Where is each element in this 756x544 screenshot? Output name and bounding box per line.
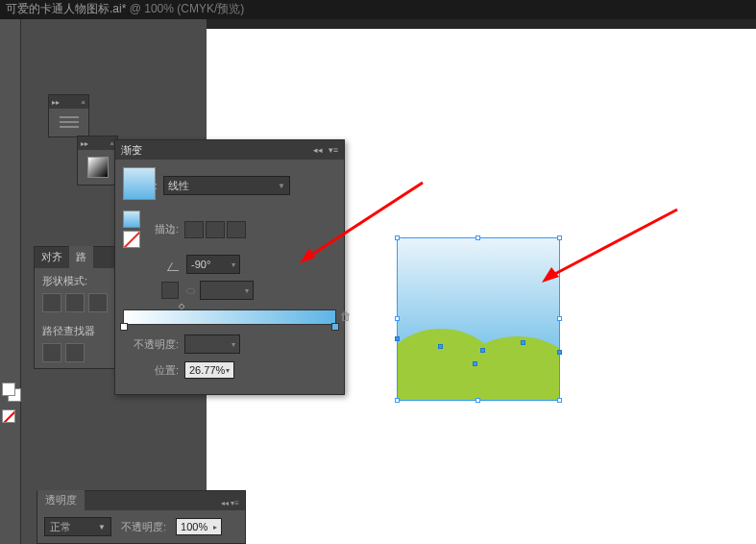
trash-icon[interactable]: 🗑 [340,309,354,325]
selection-handle[interactable] [476,235,480,240]
tool-generic[interactable] [1,20,20,41]
none-swatch-mini[interactable] [123,231,140,248]
selection-handle[interactable] [476,398,480,403]
chevron-down-icon: ▾ [226,366,230,375]
divide-icon[interactable] [42,343,61,362]
tool-generic[interactable] [1,42,20,63]
gradient-slider[interactable]: ◇ 🗑 [123,309,336,325]
anchor-point[interactable] [438,344,443,349]
minus-front-icon[interactable] [65,293,85,312]
stop-position-label: 位置: [123,363,179,378]
selection-handle[interactable] [395,316,400,321]
opacity-value: 100% [181,521,207,532]
selection-handle[interactable] [395,235,400,240]
none-swatch[interactable] [2,409,15,423]
stop-opacity-label: 不透明度: [123,337,179,352]
document-filename: 可爱的卡通人物图标.ai* [6,2,126,15]
panel-icon[interactable] [60,116,79,128]
gradient-panel-title: 渐变 [121,143,142,158]
gradient-stop-right[interactable] [330,321,340,333]
chevron-down-icon: ▼ [98,523,106,532]
chevron-down-icon: ▾ [241,286,249,295]
gradient-stop-left[interactable] [119,321,129,333]
collapse-icon[interactable]: ◂◂ [313,145,323,155]
gradient-ramp[interactable] [123,309,336,325]
tab-pathfinder[interactable]: 路 [69,246,93,268]
gradient-swatch-icon[interactable] [87,157,109,178]
gradient-type-value: 线性 [168,179,189,193]
document-mode: (CMYK/预览) [177,2,244,15]
anchor-point[interactable] [395,336,400,341]
blend-mode-value: 正常 [50,520,71,534]
anchor-point[interactable] [557,350,562,355]
shape-mode-label: 形状模式: [42,274,111,288]
ruler-area [207,19,756,29]
anchor-point[interactable] [521,340,525,345]
tools-panel [0,19,21,544]
aspect-ratio-icon: ⬭ [181,284,200,297]
fill-stroke-indicator[interactable] [2,383,19,423]
aspect-ratio-input[interactable]: ▾ [200,281,254,300]
stroke-gradient-within-icon[interactable] [184,221,204,238]
reverse-gradient-icon[interactable] [161,282,179,299]
panel-menu-icon[interactable]: ▾≡ [329,145,338,155]
stop-position-input[interactable]: 26.77% ▾ [184,361,234,379]
selection-handle[interactable] [557,235,562,240]
chevron-icon[interactable]: ▸▸ [52,98,60,107]
trim-icon[interactable] [65,343,85,362]
gradient-midpoint-marker[interactable]: ◇ [179,302,184,310]
stop-opacity-input[interactable]: ▾ [184,334,240,354]
gradient-panel: 渐变 ◂◂ ▾≡ 类型: 线性 ▼ 描边: [114,139,345,395]
opacity-label: 不透明度: [121,520,166,534]
collapsed-panel-2[interactable]: ▸▸× [77,136,118,185]
gradient-type-dropdown[interactable]: 线性 ▼ [163,176,290,195]
selection-handle[interactable] [395,398,400,403]
anchor-point[interactable] [480,348,485,353]
panel-menu-icon[interactable]: ▾≡ [231,499,239,507]
angle-icon [167,258,181,271]
gradient-angle-input[interactable]: -90° ▾ [186,255,240,274]
stop-position-value: 26.77% [189,364,225,376]
chevron-down-icon: ▼ [274,182,285,190]
selection-bounding-box [397,237,560,401]
document-zoom: @ 100% [130,2,174,15]
document-tab[interactable]: 可爱的卡通人物图标.ai* @ 100% (CMYK/预览) [0,0,756,19]
blend-mode-dropdown[interactable]: 正常 ▼ [44,517,111,536]
collapsed-panel-1[interactable]: ▸▸× [48,94,89,137]
pathfinder-panel: 对齐 路 形状模式: 路径查找器 [34,246,120,369]
gradient-angle-value: -90° [191,259,210,270]
unite-icon[interactable] [42,293,61,312]
selection-handle[interactable] [557,398,562,403]
tab-transparency[interactable]: 透明度 [37,490,85,510]
intersect-icon[interactable] [88,293,108,312]
pathfinder-label: 路径查找器 [42,324,111,338]
stroke-gradient-across-icon[interactable] [227,221,246,238]
gradient-mini-swatch[interactable] [123,210,140,228]
anchor-point[interactable] [473,361,477,366]
fill-swatch[interactable] [2,383,15,396]
stroke-label: 描边: [148,222,179,236]
close-icon[interactable]: × [81,98,85,107]
transparency-panel: 透明度 ◂◂ ▾≡ 正常 ▼ 不透明度: 100% ▸ [37,490,246,544]
chevron-icon: ▸ [213,523,217,532]
chevron-down-icon: ▾ [228,340,235,349]
selected-artwork[interactable] [398,238,559,400]
chevron-down-icon: ▾ [228,260,235,269]
stroke-gradient-along-icon[interactable] [206,221,225,238]
collapse-icon[interactable]: ◂◂ [221,499,229,507]
gradient-fill-swatch[interactable] [123,167,156,200]
selection-handle[interactable] [557,316,562,321]
opacity-input[interactable]: 100% ▸ [176,518,222,535]
chevron-icon[interactable]: ▸▸ [81,139,88,148]
tab-align[interactable]: 对齐 [35,246,69,268]
